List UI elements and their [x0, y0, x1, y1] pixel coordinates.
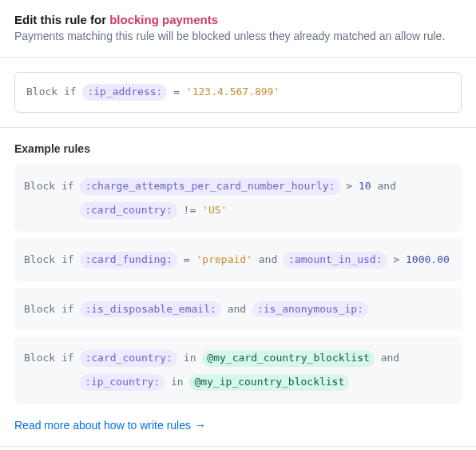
rule-variable: :is_anonymous_ip: [252, 301, 368, 318]
read-more-link[interactable]: Read more about how to write rules → [14, 418, 206, 432]
rule-variable: :card_country: [80, 350, 177, 367]
rule-operator: = [177, 253, 196, 265]
read-more-text: Read more about how to write rules [14, 419, 191, 432]
header: Edit this rule for blocking payments Pay… [0, 0, 476, 57]
example-prefix: Block if [24, 180, 80, 192]
arrow-right-icon: → [194, 418, 206, 432]
examples-heading: Example rules [14, 142, 462, 155]
editor-operator: = [167, 86, 185, 98]
example-rule: Block if :charge_attempts_per_card_numbe… [14, 165, 462, 232]
rule-variable: :card_funding: [80, 252, 177, 269]
rule-keyword: and [375, 352, 399, 364]
title-prefix: Edit this rule for [14, 13, 109, 26]
rule-list: @my_ip_country_blocklist [189, 374, 349, 391]
rule-keyword: and [371, 180, 396, 192]
rule-operator: > [340, 180, 359, 192]
rule-number: 1000.00 [406, 253, 450, 265]
rule-operator: != [177, 204, 202, 216]
title-ruletype: blocking payments [109, 13, 218, 26]
rule-variable: :charge_attempts_per_card_number_hourly: [80, 178, 339, 195]
example-prefix: Block if [24, 303, 80, 315]
rule-variable: :is_disposable_email: [80, 301, 220, 318]
dialog-footer: Cancel Test rule [0, 446, 476, 450]
page-subtitle: Payments matching this rule will be bloc… [14, 30, 462, 42]
rule-variable: :card_country: [80, 202, 177, 219]
examples-section: Example rules Block if :charge_attempts_… [0, 128, 476, 446]
example-rule: Block if :card_funding: = 'prepaid' and … [14, 238, 462, 281]
page-title: Edit this rule for blocking payments [14, 13, 462, 26]
rule-list: @my_card_country_blocklist [202, 350, 375, 367]
rule-variable: :amount_in_usd: [284, 252, 387, 269]
example-prefix: Block if [24, 352, 80, 364]
editor-variable: :ip_address: [82, 84, 167, 101]
example-rule: Block if :is_disposable_email: and :is_a… [14, 288, 462, 331]
rule-expression-input[interactable]: Block if :ip_address: = '123.4.567.899' [14, 72, 462, 113]
rule-string: 'US' [202, 204, 227, 216]
rule-keyword: and [252, 253, 284, 265]
rule-keyword: and [221, 303, 252, 315]
editor-value: '123.4.567.899' [186, 86, 280, 98]
rule-string: 'prepaid' [196, 253, 252, 265]
example-prefix: Block if [24, 253, 80, 265]
example-rule: Block if :card_country: in @my_card_coun… [14, 337, 462, 404]
rule-editor-section: Block if :ip_address: = '123.4.567.899' [0, 58, 476, 127]
editor-prefix: Block if [26, 86, 82, 98]
rule-number: 10 [359, 180, 371, 192]
rule-keyword: in [177, 352, 202, 364]
rule-operator: > [387, 253, 406, 265]
rule-variable: :ip_country: [80, 374, 165, 391]
rule-keyword: in [165, 376, 189, 388]
